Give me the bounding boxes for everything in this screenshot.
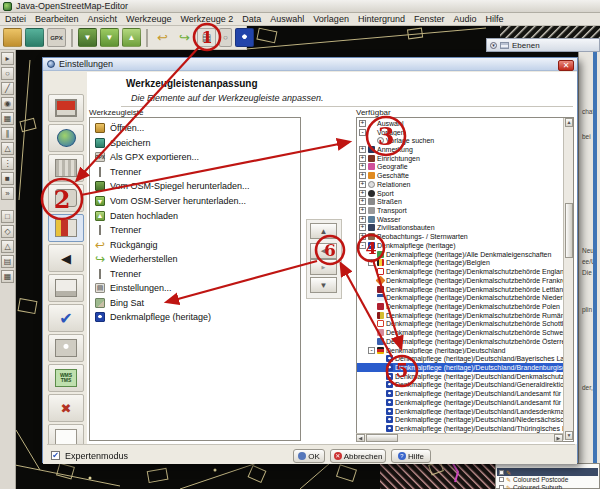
edit-tool-button[interactable]: □	[1, 210, 14, 223]
edit-tool-button[interactable]: ▦	[1, 112, 14, 125]
validator-settings[interactable]: ✔	[48, 304, 84, 332]
remote-control-settings[interactable]	[48, 334, 84, 362]
tree-row[interactable]: Denkmalpflege (heritage)/Alle Denkmaleig…	[357, 250, 573, 259]
connection-settings[interactable]	[48, 124, 84, 152]
tree-expander[interactable]: +	[359, 120, 366, 127]
tree-expander[interactable]: -	[368, 347, 375, 354]
toolbar-list-row[interactable]: GPX Als GPX exportieren...	[90, 150, 300, 165]
style-row[interactable]: ✎ Coloured Postcode	[497, 475, 598, 483]
toolbar-button[interactable]: ○	[219, 28, 232, 47]
edit-tool-button[interactable]: ■	[1, 172, 14, 185]
scroll-right-button[interactable]: ▶	[554, 434, 563, 442]
available-actions-tree[interactable]: + Auswahl - Vorlagen Vorlage suchen	[356, 117, 574, 442]
edit-tool-button[interactable]: »	[1, 187, 14, 200]
toolbar-button[interactable]: GPX	[47, 28, 66, 47]
toolbar-list-row[interactable]: ↩ Rückgängig	[90, 237, 300, 252]
tree-row[interactable]: Denkmalpflege (heritage)/Deutschland/Nie…	[357, 415, 573, 424]
tree-row[interactable]: Denkmalpflege (heritage)/Denkmalschutzbe…	[357, 267, 573, 276]
display-settings[interactable]	[48, 94, 84, 122]
map-settings[interactable]	[48, 154, 84, 182]
tree-row[interactable]: + Relationen	[357, 180, 573, 189]
tree-row[interactable]: Denkmalpflege (heritage)/Deutschland/Den…	[357, 372, 573, 381]
help-button[interactable]: ? Hilfe	[391, 449, 431, 463]
toolbar-list-row[interactable]: Vom OSM-Spiegel herunterladen...	[90, 179, 300, 194]
tree-row[interactable]: Denkmalpflege (heritage)/Deutschland/Thü…	[357, 424, 573, 433]
edit-tool-button[interactable]: ▸	[1, 52, 14, 65]
menu-item[interactable]: Ansicht	[88, 14, 118, 24]
tree-row[interactable]: Denkmalpflege (heritage)/Denkmalschutzbe…	[357, 302, 573, 311]
collapse-icon[interactable]: ▾	[490, 42, 497, 49]
toolbar-button[interactable]: ↪	[175, 28, 194, 47]
edit-tool-button[interactable]: ∥	[1, 127, 14, 140]
tree-row[interactable]: Denkmalpflege (heritage)/Deutschland/Lan…	[357, 407, 573, 416]
tree-row[interactable]: Denkmalpflege (heritage)/Denkmalschutzbe…	[357, 328, 573, 337]
edit-tool-button[interactable]: ○	[1, 67, 14, 80]
menu-item[interactable]: Bearbeiten	[35, 14, 79, 24]
tree-row[interactable]: Denkmalpflege (heritage)/Deutschland/Lan…	[357, 398, 573, 407]
tree-row[interactable]: Denkmalpflege (heritage)/Denkmalschutzbe…	[357, 311, 573, 320]
style-checkbox[interactable]	[499, 470, 504, 475]
toolbar-button[interactable]	[25, 28, 44, 47]
tree-row[interactable]: Denkmalpflege (heritage)/Deutschland/Bay…	[357, 354, 573, 363]
tree-row[interactable]: - Vorlagen	[357, 128, 573, 137]
scrollbar-thumb[interactable]	[366, 434, 398, 442]
tree-row[interactable]: Denkmalpflege (heritage)/Deutschland/Gen…	[357, 381, 573, 390]
tree-expander[interactable]: +	[359, 216, 366, 223]
tree-row[interactable]: + Transport	[357, 206, 573, 215]
dialog-titlebar[interactable]: Einstellungen	[43, 58, 577, 71]
edit-tool-button[interactable]: ◉	[1, 97, 14, 110]
tree-row[interactable]: Denkmalpflege (heritage)/Denkmalschutzbe…	[357, 276, 573, 285]
toolbar-list-row[interactable]: Trenner	[90, 266, 300, 281]
tree-row[interactable]: + Einrichtungen	[357, 154, 573, 163]
tree-row[interactable]: + Straßen	[357, 197, 573, 206]
tree-row[interactable]: + Auswahl	[357, 119, 573, 128]
scroll-up-button[interactable]: ▲	[565, 118, 573, 127]
toolbar-list-row[interactable]: Trenner	[90, 223, 300, 238]
edit-tool-button[interactable]: ╱	[1, 82, 14, 95]
tree-row[interactable]: Denkmalpflege (heritage)/Deutschland/Bra…	[357, 363, 573, 372]
tree-expander[interactable]: +	[359, 198, 366, 205]
tree-row[interactable]: + Geschäfte	[357, 171, 573, 180]
toolbar-button[interactable]: ↩	[153, 28, 172, 47]
tree-expander[interactable]: +	[359, 163, 366, 170]
tree-expander[interactable]: +	[359, 146, 366, 153]
toolbar-button[interactable]	[71, 29, 73, 47]
edit-tool-button[interactable]: ▤	[1, 255, 14, 268]
menu-item[interactable]: Auswahl	[270, 14, 304, 24]
toolbar-settings[interactable]	[48, 214, 84, 242]
tree-expander[interactable]: +	[368, 259, 375, 266]
shortcut-settings[interactable]	[48, 274, 84, 302]
move-down-button[interactable]: ▼	[310, 277, 337, 293]
tree-row[interactable]: + Anmerkung	[357, 145, 573, 154]
ok-button[interactable]: OK	[293, 449, 325, 463]
move-to-toolbar-button[interactable]: ◀	[310, 243, 337, 259]
tree-vertical-scrollbar[interactable]: ▲ ▼	[563, 118, 573, 440]
edit-tool-button[interactable]: ▦	[1, 270, 14, 283]
menu-item[interactable]: Data	[242, 14, 261, 24]
toolbar-list-row[interactable]: Denkmalpflege (heritage)	[90, 310, 300, 325]
toolbar-button[interactable]: ▼	[100, 28, 119, 47]
tree-row[interactable]: + Sport	[357, 189, 573, 198]
audio-settings[interactable]: ◀	[48, 244, 84, 272]
menu-item[interactable]: Audio	[453, 14, 476, 24]
scroll-left-button[interactable]: ◀	[356, 434, 365, 442]
toolbar-list-row[interactable]: Öffnen...	[90, 121, 300, 136]
tree-row[interactable]: + Denkmalpflege (heritage)/Belgien	[357, 259, 573, 268]
toolbar-button[interactable]	[3, 28, 22, 47]
advanced-settings[interactable]: ✖	[48, 394, 84, 422]
toolbar-list-row[interactable]: ▲ Daten hochladen	[90, 208, 300, 223]
toolbar-list-row[interactable]: ▤ Einstellungen...	[90, 281, 300, 296]
tree-row[interactable]: - Denkmalpflege (heritage)/Deutschland	[357, 346, 573, 355]
window-titlebar[interactable]: Java-OpenStreetMap-Editor	[0, 0, 600, 13]
tree-expander[interactable]: +	[359, 190, 366, 197]
expert-mode-checkbox[interactable]: ✔	[51, 451, 60, 460]
imagery-settings[interactable]: WMS TMS	[48, 364, 84, 392]
menu-item[interactable]: Werkzeuge	[126, 14, 171, 24]
tree-row[interactable]: Denkmalpflege (heritage)/Denkmalschutzbe…	[357, 293, 573, 302]
tree-row[interactable]: + Beobachtungs- / Sternwarten	[357, 232, 573, 241]
tree-expander[interactable]: +	[359, 224, 366, 231]
toolbar-button[interactable]: ▲	[122, 28, 141, 47]
close-button[interactable]: ✕	[558, 60, 574, 71]
tree-expander[interactable]: -	[359, 242, 366, 249]
tree-expander[interactable]: -	[359, 129, 366, 136]
